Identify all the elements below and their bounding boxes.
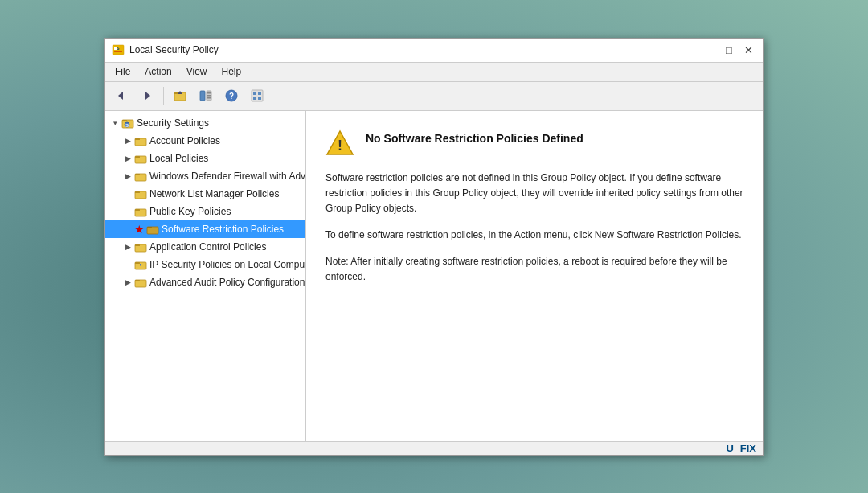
app-control-label: Application Control Policies (149, 241, 302, 253)
svg-rect-17 (253, 92, 256, 95)
public-key-icon (134, 205, 147, 218)
bottom-bar: U FIX (105, 441, 763, 455)
svg-rect-30 (135, 174, 140, 175)
svg-rect-36 (147, 227, 152, 228)
show-hide-icon (199, 88, 213, 103)
sidebar-spacer (105, 291, 305, 441)
expander-account-policies: ▶ (121, 134, 134, 147)
sidebar-item-windows-defender[interactable]: ▶ Windows Defender Firewall with Adva… (105, 167, 305, 185)
expander-local-policies: ▶ (121, 152, 134, 165)
main-window: S Local Security Policy — □ ✕ File Actio… (104, 38, 764, 456)
expander-advanced-audit: ▶ (121, 276, 134, 289)
svg-rect-9 (200, 91, 205, 101)
title-bar: S Local Security Policy — □ ✕ (105, 39, 763, 63)
app-control-icon (134, 240, 147, 253)
account-policies-label: Account Policies (149, 135, 302, 146)
fix-button[interactable]: FIX (740, 442, 756, 454)
u-label: U (726, 442, 733, 454)
menu-action[interactable]: Action (138, 64, 178, 79)
svg-rect-40 (135, 262, 140, 264)
local-policies-icon (134, 152, 147, 165)
expander-windows-defender: ▶ (121, 170, 134, 183)
svg-rect-20 (258, 97, 261, 100)
svg-text:!: ! (338, 138, 342, 154)
warning-icon: ! (326, 129, 354, 158)
svg-rect-42 (135, 280, 140, 281)
toolbar-separator-1 (163, 87, 164, 105)
export-icon (250, 88, 264, 103)
sidebar-item-local-policies[interactable]: ▶ Local Policies (105, 150, 305, 167)
export-button[interactable] (246, 85, 268, 106)
minimize-button[interactable]: — (702, 42, 718, 58)
show-hide-button[interactable] (194, 85, 217, 106)
menu-file[interactable]: File (108, 64, 137, 79)
content-area: ▾ S Security Settings ▶ Account Policies (105, 111, 763, 441)
svg-text:?: ? (229, 92, 234, 101)
software-restriction-label: Software Restriction Policies (162, 224, 302, 235)
svg-marker-4 (118, 92, 123, 100)
close-button[interactable]: ✕ (740, 42, 756, 58)
account-policies-icon (134, 134, 147, 147)
expander-security-settings: ▾ (108, 117, 121, 129)
info-heading: No Software Restriction Policies Defined (366, 132, 583, 145)
sidebar-item-public-key[interactable]: ▶ Public Key Policies (105, 203, 305, 220)
svg-rect-12 (207, 95, 211, 97)
svg-rect-34 (135, 209, 140, 211)
sidebar-item-app-control[interactable]: ▶ Application Control Policies (105, 238, 305, 256)
forward-icon (141, 89, 154, 102)
sidebar-item-advanced-audit[interactable]: ▶ Advanced Audit Policy Configuration (105, 273, 305, 291)
svg-rect-19 (253, 97, 256, 100)
sidebar-item-account-policies[interactable]: ▶ Account Policies (105, 132, 305, 150)
security-settings-label: Security Settings (137, 117, 302, 129)
window-title: Local Security Policy (129, 44, 219, 55)
svg-rect-32 (135, 191, 140, 193)
local-policies-label: Local Policies (149, 153, 302, 164)
svg-rect-22 (122, 120, 127, 121)
info-paragraph-3: Note: After initially creating software … (326, 254, 743, 285)
advanced-audit-label: Advanced Audit Policy Configuration (149, 277, 305, 288)
window-icon: S (112, 43, 125, 56)
sidebar-item-software-restriction[interactable]: ▶ ★ Software Restriction Policies (105, 220, 305, 238)
red-star-icon: ★ (134, 223, 145, 236)
info-header: ! No Software Restriction Policies Defin… (326, 127, 743, 158)
back-icon (115, 89, 128, 102)
menu-bar: File Action View Help (105, 63, 763, 82)
svg-rect-28 (135, 156, 140, 158)
svg-rect-2 (114, 51, 122, 52)
expander-app-control: ▶ (121, 240, 134, 253)
windows-defender-label: Windows Defender Firewall with Adva… (149, 170, 306, 182)
restore-button[interactable]: □ (721, 42, 737, 58)
network-list-icon (134, 187, 147, 200)
menu-view[interactable]: View (180, 64, 214, 79)
title-bar-left: S Local Security Policy (112, 43, 219, 56)
help-button[interactable]: ? (220, 85, 243, 106)
advanced-audit-icon (134, 276, 147, 289)
info-paragraph-2: To define software restriction policies,… (326, 228, 743, 243)
security-settings-icon: S (121, 117, 134, 129)
svg-rect-26 (135, 138, 140, 140)
svg-marker-5 (145, 92, 150, 100)
network-list-label: Network List Manager Policies (149, 188, 302, 199)
sidebar: ▾ S Security Settings ▶ Account Policies (105, 111, 306, 441)
forward-button[interactable] (136, 85, 158, 106)
up-folder-button[interactable] (169, 85, 191, 106)
svg-rect-11 (207, 92, 211, 94)
svg-rect-13 (207, 97, 211, 99)
svg-rect-38 (135, 244, 140, 246)
software-restriction-icon (146, 223, 159, 236)
up-folder-icon (173, 88, 187, 103)
sidebar-item-ip-security[interactable]: ▶ IP Security Policies on Local Computer (105, 256, 305, 273)
back-button[interactable] (110, 85, 133, 106)
sidebar-item-security-settings[interactable]: ▾ S Security Settings (105, 114, 305, 132)
menu-help[interactable]: Help (215, 64, 248, 79)
svg-rect-18 (258, 92, 261, 95)
svg-rect-16 (252, 90, 263, 101)
sidebar-item-network-list[interactable]: ▶ Network List Manager Policies (105, 185, 305, 203)
title-bar-buttons: — □ ✕ (702, 42, 756, 58)
svg-text:S: S (125, 122, 129, 127)
info-paragraph-1: Software restriction policies are not de… (326, 170, 743, 217)
info-body: Software restriction policies are not de… (326, 170, 743, 286)
windows-defender-icon (134, 170, 147, 183)
toolbar: ? (105, 82, 763, 111)
main-panel: ! No Software Restriction Policies Defin… (306, 111, 763, 441)
